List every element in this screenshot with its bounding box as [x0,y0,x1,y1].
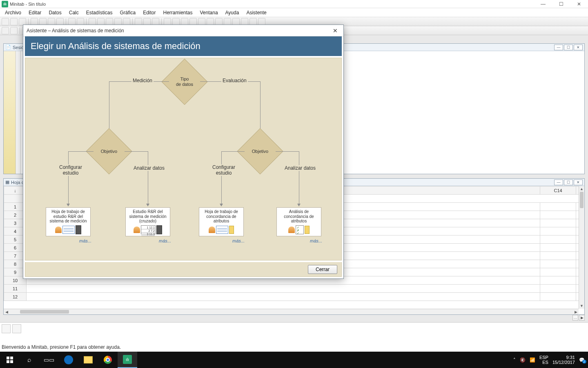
toolbar-button[interactable] [215,18,223,25]
menu-estadisticas[interactable]: Estadísticas [83,9,116,16]
toolbar-button[interactable] [224,18,231,25]
sheet-nav[interactable]: …▶ [572,315,585,321]
toolbar-button[interactable] [10,27,18,34]
toolbar-button[interactable] [164,18,171,25]
toolbar-button[interactable] [258,18,265,25]
tray-chevron-icon[interactable]: ˄ [513,357,516,363]
worksheet-vscroll[interactable]: ▲▼ [579,186,584,309]
toolbar-button[interactable] [2,18,9,25]
toolbar-button[interactable] [181,18,188,25]
option-rr-worksheet[interactable]: Hoja de trabajo de estudio R&R del siste… [46,207,91,236]
status-message: Bienvenido a Minitab, presione F1 para o… [2,344,121,350]
more-link-1[interactable]: más... [159,238,171,243]
tray-notifications-icon[interactable]: 💬2 [579,357,585,363]
project-icon[interactable] [2,324,11,333]
project-icon[interactable] [12,324,21,333]
menu-ayuda[interactable]: Ayuda [222,9,243,16]
toolbar-button[interactable] [48,18,55,25]
menu-grafica[interactable]: Gráfica [116,9,139,16]
dialog-close-button[interactable]: ✕ [330,27,340,35]
col-header[interactable]: C14 [540,186,576,195]
worksheet-close-button[interactable]: ✕ [574,180,583,185]
assistant-dialog: Asistente – Análisis de sistemas de medi… [23,25,344,279]
worksheet-hscroll[interactable]: ◀▶ [4,309,579,314]
menu-calc[interactable]: Calc [66,9,82,16]
row-header[interactable]: 12 [4,293,27,301]
dialog-banner-text: Elegir un Análisis de sistemas de medici… [31,41,200,52]
more-link-3[interactable]: más... [310,238,322,243]
option-rr-study[interactable]: Estudio R&R del sistema de medición (cru… [125,207,170,236]
menu-datos[interactable]: Datos [45,9,65,16]
tray-network-icon[interactable]: 📶 [530,357,535,363]
taskbar-edge-icon[interactable] [59,352,78,368]
toolbar-button[interactable] [135,18,142,25]
person-icon [209,227,215,233]
more-link-2[interactable]: más... [232,238,245,243]
toolbar-button[interactable] [172,18,180,25]
toolbar-button[interactable] [232,18,240,25]
checklist-icon [296,225,304,234]
toolbar-button[interactable] [68,18,76,25]
data-sheet-icon: 1 12.12 7.23 11.3 [141,225,156,234]
taskbar-minitab-icon[interactable]: ılı [118,352,137,368]
start-button[interactable] [0,352,20,368]
toolbar-button[interactable] [249,18,257,25]
option-attr-analysis[interactable]: Análisis de concordancia de atributos [276,207,321,236]
toolbar-button[interactable] [31,18,38,25]
toolbar-button[interactable] [143,18,151,25]
toolbar-button[interactable] [77,18,84,25]
toolbar-button[interactable] [10,18,18,25]
toolbar-button[interactable] [89,18,96,25]
more-link-0[interactable]: más... [79,238,91,243]
dialog-close-action-button[interactable]: Cerrar [308,265,337,274]
toolbar-button[interactable] [198,18,205,25]
row-header[interactable]: 11 [4,285,27,293]
toolbar-button[interactable] [123,18,130,25]
svg-rect-3 [10,360,13,363]
toolbar-button[interactable] [19,18,26,25]
subbranch-configurar-right: Configurar estudio [211,164,236,176]
menu-editor[interactable]: Editor [140,9,159,16]
option-attr-worksheet[interactable]: Hoja de trabajo de concordancia de atrib… [199,207,244,236]
toolbar-button[interactable] [106,18,113,25]
subbranch-analizar-left: Analizar datos [132,165,166,171]
worksheet-max-button[interactable]: ☐ [564,180,573,185]
taskbar-search-icon[interactable]: ⌕ [20,352,39,368]
menu-asistente[interactable]: Asistente [243,9,270,16]
session-min-button[interactable]: — [554,45,563,50]
close-button[interactable]: ✕ [570,0,588,8]
toolbar-button[interactable] [114,18,122,25]
dialog-body: Tipo de datos Medición Evaluación Objeti… [25,58,342,260]
taskbar-explorer-icon[interactable] [78,352,98,368]
taskbar-taskview-icon[interactable]: ▭▭ [39,352,59,368]
taskbar-chrome-icon[interactable] [98,352,118,368]
toolbar-button[interactable] [152,18,159,25]
toolbar-button[interactable] [39,18,47,25]
session-nav-strip [4,51,16,174]
main-window-titlebar: ılı Minitab - Sin título — ☐ ✕ [0,0,588,8]
toolbar-button[interactable] [207,18,214,25]
toolbar-button[interactable] [189,18,197,25]
menu-editar[interactable]: Editar [25,9,45,16]
session-close-button[interactable]: ✕ [574,45,583,50]
menu-herramientas[interactable]: Herramientas [160,9,196,16]
minimize-button[interactable]: — [534,0,552,8]
toolbar-button[interactable] [97,18,105,25]
toolbar-button[interactable] [2,27,9,34]
option-label: Análisis de concordancia de atributos [278,209,319,224]
tray-volume-icon[interactable]: 🔇 [520,357,526,363]
dialog-title: Asistente – Análisis de sistemas de medi… [27,28,124,34]
worksheet-min-button[interactable]: — [554,180,563,185]
toolbar-button[interactable] [56,18,64,25]
session-max-button[interactable]: ☐ [564,45,573,50]
maximize-button[interactable]: ☐ [552,0,570,8]
tray-clock[interactable]: 9:3115/12/2017 [552,355,575,365]
toolbar-button[interactable] [241,18,248,25]
system-tray[interactable]: ˄ 🔇 📶 ESPES 9:3115/12/2017 💬2 [513,355,588,365]
menu-ventana[interactable]: Ventana [197,9,221,16]
subbranch-analizar-right: Analizar datos [283,165,317,171]
tray-language[interactable]: ESPES [539,355,548,365]
menu-archivo[interactable]: Archivo [2,9,24,16]
diamond-objetivo-left: Objetivo [93,135,125,168]
clipboard-icon [229,226,234,234]
